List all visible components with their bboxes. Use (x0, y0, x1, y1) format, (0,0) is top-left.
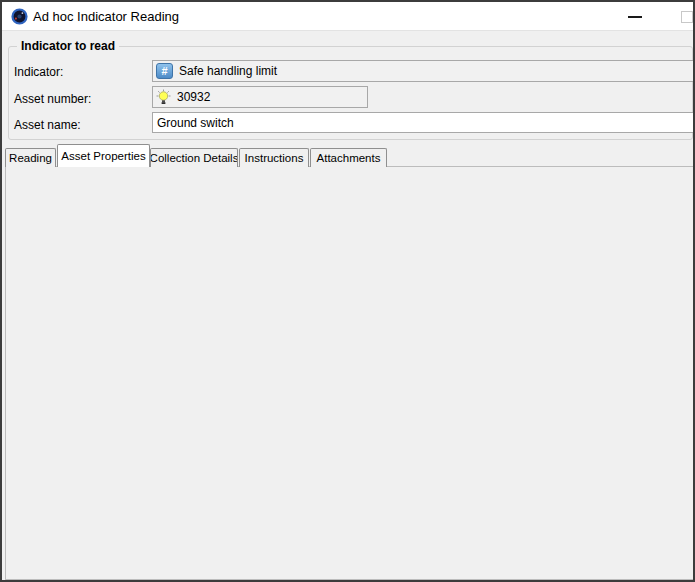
title-bar: Ad hoc Indicator Reading (2, 2, 693, 31)
tab-attachments-label: Attachments (317, 152, 381, 164)
indicator-field[interactable]: # Safe handling limit (152, 60, 695, 82)
tab-reading-label: Reading (9, 152, 52, 164)
indicator-to-read-title: Indicator to read (17, 39, 119, 53)
ad-hoc-indicator-reading-dialog: Ad hoc Indicator Reading Indicator to re… (0, 0, 695, 582)
tab-reading[interactable]: Reading (5, 148, 56, 167)
indicator-label: Indicator: (14, 65, 63, 79)
asset-number-field[interactable]: 30932 (152, 86, 368, 108)
asset-number-label: Asset number: (14, 92, 91, 106)
asset-name-label: Asset name: (14, 118, 81, 132)
asset-name-field[interactable]: Ground switch (152, 112, 695, 133)
tab-asset-properties-label: Asset Properties (61, 150, 145, 162)
minimize-button[interactable] (620, 5, 650, 28)
tab-collection-details[interactable]: Collection Details (150, 148, 238, 167)
maximize-button[interactable] (672, 5, 695, 28)
indicator-hash-icon: # (156, 63, 173, 79)
asset-properties-tab-page (5, 166, 695, 580)
tab-asset-properties[interactable]: Asset Properties (57, 144, 150, 167)
tab-instructions-label: Instructions (245, 152, 304, 164)
bulb-icon (156, 89, 171, 105)
app-icon (11, 8, 28, 29)
window-title: Ad hoc Indicator Reading (33, 9, 179, 24)
tab-attachments[interactable]: Attachments (310, 148, 387, 167)
minimize-icon (628, 16, 642, 18)
maximize-icon (681, 11, 693, 23)
indicator-value: Safe handling limit (179, 64, 277, 78)
tab-collection-details-label: Collection Details (150, 152, 238, 164)
asset-name-value: Ground switch (157, 116, 234, 130)
tab-instructions[interactable]: Instructions (239, 148, 309, 167)
asset-number-value: 30932 (177, 90, 210, 104)
